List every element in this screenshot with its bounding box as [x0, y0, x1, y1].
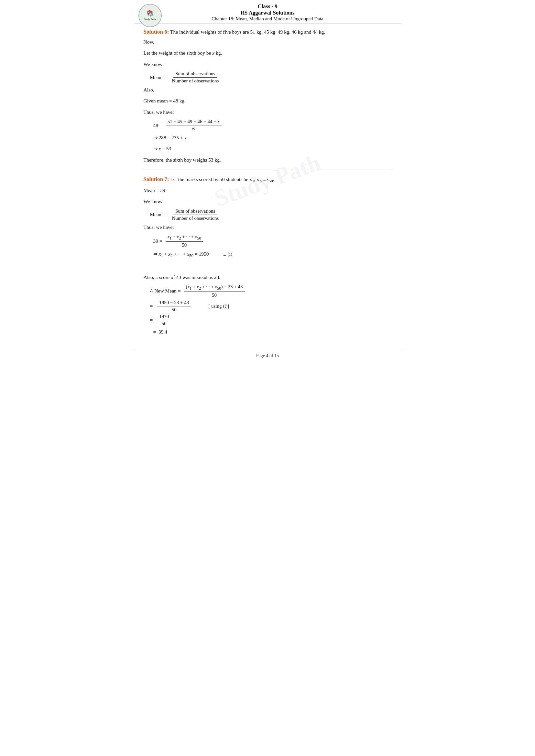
sol6-step-given: Given mean = 48 kg [144, 97, 392, 105]
sol7-eq39-den: 50 [180, 242, 188, 248]
sol7-newmean-num: (x1 + x2 + ··· + x50) − 23 + 43 [184, 284, 244, 292]
main-content: Solution 6: The individual weights of fi… [134, 24, 401, 343]
sol7-mean-fraction: Mean = Sum of observations Number of obs… [150, 208, 392, 221]
logo: 📚 Study Path [137, 3, 163, 28]
solution-6-heading: Solution 6: The individual weights of fi… [144, 29, 392, 35]
sol7-step-1950: ⇒ x1 + x2 + ··· + x50 = 1950 ... (i) [153, 250, 392, 259]
sol7-fraction: Sum of observations Number of observatio… [170, 208, 221, 221]
sol7-frac-1950-num: 1950 − 23 + 43 [157, 300, 191, 307]
sol7-using-note: [ using (i)] [208, 304, 229, 309]
sol7-frac-1950-den: 50 [170, 307, 179, 312]
sol6-step-now: Now, [144, 38, 392, 46]
solution-7-heading: Solution 7: Let the marks scored by 50 s… [144, 176, 392, 184]
sol7-frac-1970-num: 1970 [157, 314, 171, 320]
sol6-step-also: Also, [144, 86, 392, 94]
sol7-fraction-num: Sum of observations [173, 208, 217, 215]
sol7-mean-lhs: Mean = [150, 212, 167, 218]
sol7-step-weknow: We know: [144, 198, 392, 206]
chapter-title: Chapter 18: Mean, Median and Mode of Ung… [134, 16, 401, 22]
solution-7-label: Solution 7: [144, 176, 169, 182]
sol7-step-eq1: = [150, 303, 153, 309]
sol7-step-eq2: = [150, 317, 153, 323]
sol7-newmean-den: 50 [210, 292, 219, 298]
sol7-newmean-prefix: ∴ New Mean = [150, 288, 181, 294]
sol7-eq39-frac: x1 + x2 + ··· + x50 50 [166, 234, 203, 248]
sol7-newmean: ∴ New Mean = (x1 + x2 + ··· + x50) − 23 … [150, 284, 392, 298]
sol6-fraction-den: Number of observations [170, 78, 221, 84]
sol7-step-misread: Also, a score of 43 was misread as 23. [144, 273, 392, 282]
solution-7-block: Solution 7: Let the marks scored by 50 s… [144, 176, 392, 336]
solution-7-intro: Let the marks scored by 50 students be x… [170, 176, 274, 182]
sol7-eq39-lhs: 39 = [153, 238, 162, 244]
sol6-step-x53: ⇒ x = 53 [153, 145, 392, 153]
sol6-step-thus: Thus, we have: [144, 108, 392, 116]
sol7-step-1950calc: = 1950 − 23 + 43 50 [ using (i)] [150, 300, 392, 312]
sol7-step-thus: Thus, we have: [144, 223, 392, 231]
sol7-newmean-frac: (x1 + x2 + ··· + x50) − 23 + 43 50 [184, 284, 244, 298]
logo-icon: 📚 [147, 10, 154, 17]
sol7-frac-1950: 1950 − 23 + 43 50 [157, 300, 191, 312]
page-header: Class - 9 RS Aggarwal Solutions Chapter … [134, 0, 401, 24]
sol6-step-288: ⇒ 288 = 235 + x [153, 133, 392, 142]
sol7-step-1970: = 1970 50 [150, 314, 392, 326]
sol6-mean-lhs: Mean = [150, 75, 167, 80]
sol6-eq48-num: 51 + 45 + 49 + 46 + 44 + x [166, 119, 222, 125]
sol6-fraction: Sum of observations Number of observatio… [170, 71, 221, 84]
sol6-mean-fraction: Mean = Sum of observations Number of obs… [150, 71, 392, 84]
logo-text: Study Path [144, 18, 155, 21]
sol6-step-weknow: We know: [144, 60, 392, 68]
rs-title: RS Aggarwal Solutions [134, 10, 401, 16]
sol7-step-blank [144, 262, 392, 270]
solution-6-block: Solution 6: The individual weights of fi… [144, 29, 392, 164]
page-number: Page 4 of 15 [256, 353, 279, 358]
solution-divider [144, 170, 392, 170]
sol7-result: = 39.4 [153, 328, 392, 336]
sol7-eq39: 39 = x1 + x2 + ··· + x50 50 [153, 234, 392, 248]
page-footer: Page 4 of 15 [134, 350, 401, 361]
sol6-step-let: Let the weight of the sixth boy be x kg. [144, 49, 392, 57]
sol6-conclusion: Therefore, the sixth boy weighs 53 kg. [144, 156, 392, 164]
sol6-fraction-num: Sum of observations [173, 71, 217, 78]
sol7-frac-1970: 1970 50 [157, 314, 171, 326]
sol7-fraction-den: Number of observations [170, 215, 221, 221]
sol6-eq48-lhs: 48 = [153, 122, 162, 128]
sol6-eq48: 48 = 51 + 45 + 49 + 46 + 44 + x 6 [153, 119, 392, 132]
sol6-eq48-den: 6 [190, 125, 197, 132]
solution-6-label: Solution 6: [144, 29, 169, 35]
class-title: Class - 9 [134, 3, 401, 10]
sol7-step-mean39: Mean = 39 [144, 186, 392, 195]
sol7-eq39-num: x1 + x2 + ··· + x50 [166, 234, 203, 242]
solution-6-intro: The individual weights of five boys are … [170, 29, 325, 35]
sol6-eq48-frac: 51 + 45 + 49 + 46 + 44 + x 6 [166, 119, 222, 132]
sol7-frac-1970-den: 50 [160, 320, 169, 326]
